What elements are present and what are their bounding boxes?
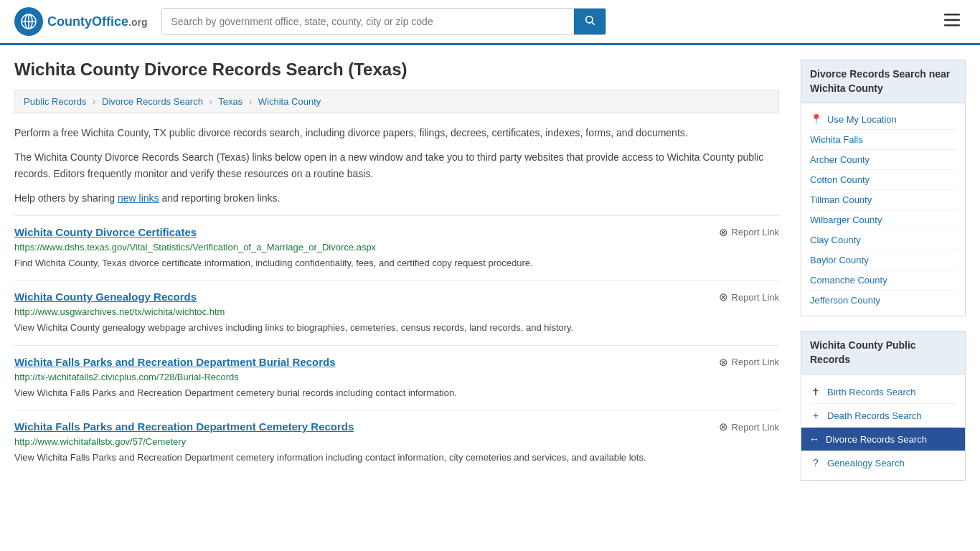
report-icon: ⊗ [719,356,728,369]
result-description: Find Wichita County, Texas divorce certi… [14,256,779,270]
search-bar [161,8,606,35]
nearby-link-baylor[interactable]: Baylor County [810,250,956,270]
birth-icon: ✝ [810,386,821,397]
logo[interactable]: CountyOffice.org [14,7,147,36]
nearby-link-jefferson[interactable]: Jefferson County [810,291,956,310]
result-title[interactable]: Wichita County Genealogy Records [14,291,197,303]
result-url[interactable]: http://tx-wichitafalls2.civicplus.com/72… [14,372,779,382]
breadcrumb-divorce-records[interactable]: Divorce Records Search [102,96,203,107]
death-icon: + [810,410,821,421]
search-button[interactable] [574,9,606,34]
result-url[interactable]: https://www.dshs.texas.gov/Vital_Statist… [14,242,779,253]
nearby-link-cotton[interactable]: Cotton County [810,170,956,190]
result-item: Wichita County Divorce Certificates ⊗ Re… [14,215,779,281]
report-link-button[interactable]: ⊗ Report Link [719,226,779,239]
result-item: Wichita County Genealogy Records ⊗ Repor… [14,280,779,345]
svg-rect-6 [944,14,960,16]
svg-point-4 [586,17,593,23]
result-item: Wichita Falls Parks and Recreation Depar… [14,345,779,410]
public-records-header: Wichita County Public Records [801,331,966,374]
divorce-records-link[interactable]: ↔ Divorce Records Search [801,428,965,451]
report-icon: ⊗ [719,226,728,239]
breadcrumb-wichita-county[interactable]: Wichita County [258,96,321,107]
nearby-header: Divorce Records Search near Wichita Coun… [801,60,966,103]
genealogy-link[interactable]: ? Genealogy Search [810,451,956,474]
breadcrumb: Public Records › Divorce Records Search … [14,90,779,113]
page-title: Wichita County Divorce Records Search (T… [14,60,779,80]
result-description: View Wichita Falls Parks and Recreation … [14,386,779,400]
report-icon: ⊗ [719,291,728,303]
search-input[interactable] [162,9,574,34]
result-item: Wichita Falls Parks and Recreation Depar… [14,410,779,475]
logo-icon [14,7,43,36]
result-title[interactable]: Wichita Falls Parks and Recreation Depar… [14,356,336,368]
result-description: View Wichita County genealogy webpage ar… [14,321,779,335]
public-records-section: Wichita County Public Records ✝ Birth Re… [801,331,966,481]
divorce-icon: ↔ [809,433,820,445]
breadcrumb-texas[interactable]: Texas [218,96,242,107]
nearby-section: Divorce Records Search near Wichita Coun… [801,60,966,316]
description-para3: Help others by sharing new links and rep… [14,190,779,206]
result-title[interactable]: Wichita Falls Parks and Recreation Depar… [14,420,354,433]
new-links-link[interactable]: new links [118,192,159,204]
nearby-link-archer[interactable]: Archer County [810,150,956,170]
svg-line-5 [592,22,595,25]
birth-records-link[interactable]: ✝ Birth Records Search [810,380,956,404]
location-icon: 📍 [810,113,821,125]
svg-rect-7 [944,19,960,22]
report-link-button[interactable]: ⊗ Report Link [719,420,779,433]
nearby-link-tillman[interactable]: Tillman County [810,190,956,210]
breadcrumb-public-records[interactable]: Public Records [24,96,86,107]
nearby-link-clay[interactable]: Clay County [810,230,956,250]
description-para1: Perform a free Wichita County, TX public… [14,125,779,141]
nearby-link-comanche[interactable]: Comanche County [810,270,956,291]
death-records-link[interactable]: + Death Records Search [810,404,956,428]
report-link-button[interactable]: ⊗ Report Link [719,291,779,303]
menu-button[interactable] [938,9,966,34]
result-title[interactable]: Wichita County Divorce Certificates [14,226,197,238]
report-icon: ⊗ [719,420,728,433]
result-url[interactable]: http://www.wichitafallstx.gov/57/Cemeter… [14,436,779,447]
public-records-body: ✝ Birth Records Search + Death Records S… [801,374,966,481]
report-link-button[interactable]: ⊗ Report Link [719,356,779,369]
svg-rect-8 [944,24,960,27]
description-para2: The Wichita County Divorce Records Searc… [14,149,779,182]
nearby-link-wichita-falls[interactable]: Wichita Falls [810,130,956,150]
genealogy-icon: ? [810,457,821,468]
nearby-body: 📍 Use My Location Wichita Falls Archer C… [801,103,966,316]
use-my-location-link[interactable]: 📍 Use My Location [810,109,956,130]
main-content: Wichita County Divorce Records Search (T… [14,60,779,495]
logo-text: CountyOffice.org [47,14,147,29]
result-description: View Wichita Falls Parks and Recreation … [14,451,779,465]
results-list: Wichita County Divorce Certificates ⊗ Re… [14,215,779,475]
nearby-link-wilbarger[interactable]: Wilbarger County [810,210,956,230]
result-url[interactable]: http://www.usgwarchives.net/tx/wichita/w… [14,306,779,317]
sidebar: Divorce Records Search near Wichita Coun… [801,60,966,495]
